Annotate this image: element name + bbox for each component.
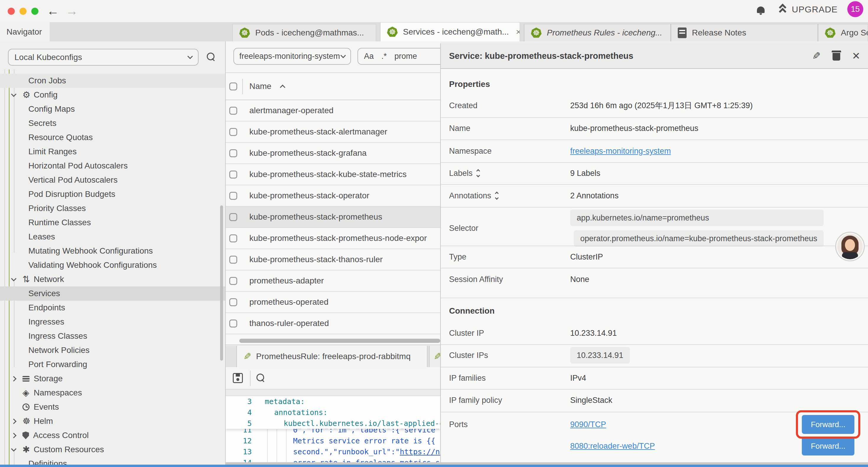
service-name: alertmanager-operated (249, 106, 334, 115)
sidebar-item-storage[interactable]: Storage (0, 372, 226, 386)
sidebar-item-vertical-pod-autoscalers[interactable]: Vertical Pod Autoscalers (0, 173, 226, 187)
back-arrow-icon[interactable]: ← (47, 4, 59, 18)
property-value: ClusterIP (570, 253, 603, 262)
yaml-editor[interactable]: 3metadata:4annotations:5kubectl.kubernet… (226, 396, 440, 465)
horizontal-scrollbar[interactable] (239, 339, 440, 343)
sidebar-item-secrets[interactable]: Secrets (0, 116, 226, 130)
upgrade-button[interactable]: UPGRADE (779, 4, 838, 15)
namespace-link[interactable]: freeleaps-monitoring-system (570, 147, 671, 156)
tab-services[interactable]: ☸ Services - icecheng@math... × (380, 22, 520, 41)
table-row-kube-prometheus-stack-prometheus-node-expor[interactable]: kube-prometheus-stack-prometheus-node-ex… (226, 228, 440, 249)
sidebar-item-resource-quotas[interactable]: Resource Quotas (0, 130, 226, 145)
property-row-created: Created 253d 16h 6m ago (2025年1月13日 GMT+… (449, 97, 868, 114)
sidebar-item-endpoints[interactable]: Endpoints (0, 300, 226, 315)
tab-prometheus-rules[interactable]: ☸ Prometheus Rules - icecheng... (524, 24, 671, 41)
edit-pencil-icon[interactable]: ✎ (812, 50, 821, 62)
property-row-name: Name kube-prometheus-stack-prometheus (449, 119, 868, 137)
forward-arrow-icon[interactable]: → (66, 4, 78, 18)
editor-tab-next[interactable]: ✎ (429, 346, 440, 367)
row-checkbox[interactable] (229, 277, 237, 285)
sidebar-item-horizontal-pod-autoscalers[interactable]: Horizontal Pod Autoscalers (0, 159, 226, 173)
row-checkbox[interactable] (229, 128, 237, 136)
table-row-prometheus-adapter[interactable]: prometheus-adapter (226, 270, 440, 292)
sidebar-item-ingress-classes[interactable]: Ingress Classes (0, 329, 226, 343)
navigator-tab[interactable]: Navigator (0, 22, 50, 41)
tab-argo[interactable]: ☸ Argo Se (818, 24, 868, 41)
sidebar-item-config[interactable]: ⚙Config (0, 88, 226, 102)
events-icon (23, 404, 30, 411)
sidebar-item-config-maps[interactable]: Config Maps (0, 102, 226, 116)
table-row-kube-prometheus-stack-alertmanager[interactable]: kube-prometheus-stack-alertmanager (226, 121, 440, 143)
custom-icon: ✱ (23, 444, 34, 455)
property-value: kube-prometheus-stack-prometheus (570, 124, 699, 133)
kubernetes-icon: ☸ (387, 27, 398, 37)
table-row-kube-prometheus-stack-kube-state-metrics[interactable]: kube-prometheus-stack-kube-state-metrics (226, 164, 440, 185)
avatar[interactable] (836, 233, 864, 260)
sidebar-item-events[interactable]: Events (0, 400, 226, 414)
editor-tab-prometheusrule[interactable]: ✎ PrometheusRule: freeleaps-prod-rabbitm… (236, 346, 428, 367)
property-value[interactable]: 9 Labels (570, 169, 600, 178)
notifications-bell-icon[interactable] (757, 6, 765, 13)
sidebar-item-leases[interactable]: Leases (0, 230, 226, 244)
sort-toggle-icon[interactable] (495, 192, 498, 199)
close-panel-icon[interactable]: ✕ (852, 50, 861, 62)
save-icon[interactable] (233, 373, 243, 383)
table-row-thanos-ruler-operated[interactable]: thanos-ruler-operated (226, 313, 440, 334)
row-checkbox[interactable] (229, 234, 237, 242)
tab-release-notes[interactable]: Release Notes (671, 24, 818, 41)
row-checkbox[interactable] (229, 107, 237, 115)
table-row-prometheus-operated[interactable]: prometheus-operated (226, 292, 440, 313)
table-row-kube-prometheus-stack-operator[interactable]: kube-prometheus-stack-operator (226, 185, 440, 207)
property-label: Session Affinity (449, 275, 570, 284)
sidebar-item-network-policies[interactable]: Network Policies (0, 343, 226, 357)
helm-icon: ☸ (23, 416, 34, 426)
sidebar-item-namespaces[interactable]: ◈Namespaces (0, 386, 226, 400)
sort-toggle-icon[interactable] (477, 170, 479, 177)
sidebar-item-priority-classes[interactable]: Priority Classes (0, 201, 226, 215)
sidebar-item-limit-ranges[interactable]: Limit Ranges (0, 145, 226, 159)
sidebar-item-ingresses[interactable]: Ingresses (0, 315, 226, 329)
sidebar-item-network[interactable]: ⇅Network (0, 272, 226, 286)
row-checkbox[interactable] (229, 213, 237, 221)
sidebar-item-pod-disruption-budgets[interactable]: Pod Disruption Budgets (0, 187, 226, 201)
sidebar-item-access-control[interactable]: Access Control (0, 428, 226, 442)
sidebar-item-definitions[interactable]: Definitions (0, 457, 226, 465)
delete-trash-icon[interactable] (833, 51, 840, 61)
table-row-kube-prometheus-stack-thanos-ruler[interactable]: kube-prometheus-stack-thanos-ruler (226, 249, 440, 270)
port-link-9090[interactable]: 9090/TCP (570, 416, 606, 432)
pane-divider[interactable] (226, 345, 440, 345)
property-value[interactable]: 2 Annotations (570, 191, 619, 200)
sidebar-item-mutating-webhook-configurations[interactable]: Mutating Webhook Configurations (0, 244, 226, 258)
sidebar-item-services[interactable]: Services (0, 286, 226, 300)
sidebar-item-validating-webhook-configurations[interactable]: Validating Webhook Configurations (0, 258, 226, 272)
navigator-tab-label: Navigator (6, 27, 42, 37)
forward-port-button[interactable]: Forward... (802, 437, 855, 456)
sidebar-item-custom-resources[interactable]: ✱Custom Resources (0, 442, 226, 457)
user-badge[interactable]: 15 (847, 1, 863, 17)
table-row-kube-prometheus-stack-prometheus[interactable]: kube-prometheus-stack-prometheus (226, 207, 440, 228)
service-name: kube-prometheus-stack-alertmanager (249, 127, 387, 137)
tab-pods[interactable]: ☸ Pods - icecheng@mathmas... (232, 24, 376, 41)
row-checkbox[interactable] (229, 298, 237, 306)
traffic-light-minimize-button[interactable] (20, 8, 27, 15)
row-checkbox[interactable] (229, 256, 237, 264)
row-checkbox[interactable] (229, 192, 237, 200)
sidebar-item-runtime-classes[interactable]: Runtime Classes (0, 215, 226, 230)
traffic-light-close-button[interactable] (8, 8, 15, 15)
row-checkbox[interactable] (229, 171, 237, 178)
sidebar-item-cron-jobs[interactable]: Cron Jobs (0, 74, 226, 88)
table-row-alertmanager-operated[interactable]: alertmanager-operated (226, 100, 440, 121)
selector-chip: app.kubernetes.io/name=prometheus (570, 209, 824, 226)
traffic-light-zoom-button[interactable] (31, 8, 38, 15)
sidebar-item-port-forwarding[interactable]: Port Forwarding (0, 357, 226, 372)
row-checkbox[interactable] (229, 149, 237, 157)
row-checkbox[interactable] (229, 320, 237, 327)
table-row-kube-prometheus-stack-grafana[interactable]: kube-prometheus-stack-grafana (226, 143, 440, 164)
sidebar-scrollbar[interactable] (220, 205, 223, 360)
port-link-8080[interactable]: 8080:reloader-web/TCP (570, 438, 655, 454)
close-tab-icon[interactable]: × (516, 27, 520, 37)
tab-title: Prometheus Rules - icecheng... (547, 28, 662, 37)
search-icon[interactable] (256, 374, 265, 382)
services-list-view: freeleaps-monitoring-system Aa .* prome … (226, 41, 440, 465)
sidebar-item-helm[interactable]: ☸Helm (0, 414, 226, 428)
